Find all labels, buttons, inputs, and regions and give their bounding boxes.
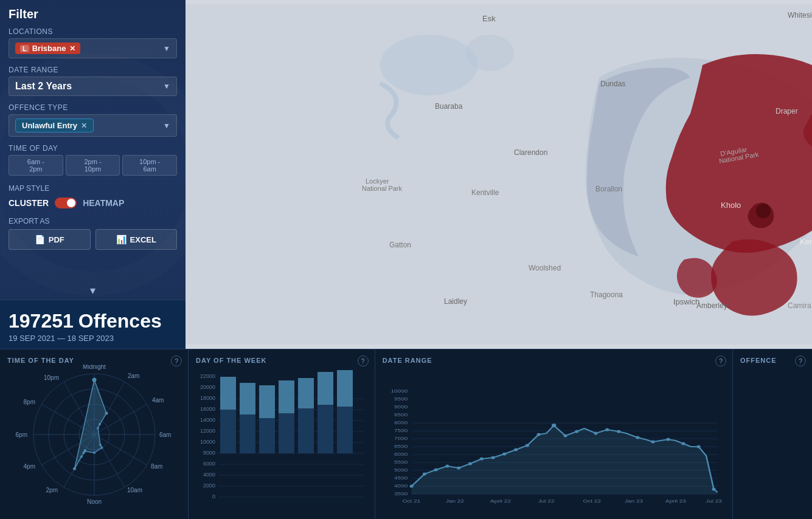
- svg-text:8500: 8500: [394, 412, 408, 418]
- svg-text:4500: 4500: [394, 475, 408, 481]
- svg-point-55: [82, 452, 85, 454]
- svg-point-150: [552, 424, 557, 427]
- location-letter: L: [20, 45, 29, 52]
- svg-text:Sun: Sun: [223, 501, 234, 501]
- time-of-day-help[interactable]: ?: [171, 356, 182, 366]
- svg-rect-99: [279, 380, 294, 413]
- line-chart-container: 3500 4000 4500 5000 5500 6000 6500 7000 …: [383, 368, 725, 501]
- svg-text:22000: 22000: [200, 373, 215, 379]
- svg-text:Camira: Camira: [788, 301, 811, 310]
- stats-date-range: 19 SEP 2021 — 18 SEP 2023: [9, 334, 177, 343]
- date-range-arrow-icon: ▼: [163, 82, 170, 91]
- time-slot-morning[interactable]: 6am - 2pm: [9, 155, 63, 176]
- svg-text:Ipswich: Ipswich: [673, 297, 699, 306]
- time-slot-night[interactable]: 10pm - 6am: [122, 155, 177, 176]
- location-tag: L Brisbane ✕: [15, 43, 80, 54]
- date-range-chart-title: DATE RANGE: [383, 357, 725, 364]
- svg-point-153: [594, 432, 597, 435]
- locations-dropdown[interactable]: L Brisbane ✕ ▼: [9, 38, 177, 58]
- export-excel-button[interactable]: 📊 EXCEL: [95, 229, 178, 250]
- svg-point-140: [434, 469, 437, 472]
- map-style-options: CLUSTER HEATMAP: [9, 198, 177, 208]
- svg-text:National Park: National Park: [362, 185, 403, 192]
- svg-text:Buaraba: Buaraba: [435, 102, 463, 111]
- date-range-help[interactable]: ?: [715, 356, 726, 366]
- svg-text:Kenmore: Kenmore: [800, 237, 812, 246]
- svg-text:Tue: Tue: [262, 501, 272, 501]
- location-name: Brisbane: [32, 44, 66, 53]
- svg-point-161: [712, 488, 715, 491]
- svg-point-48: [99, 423, 101, 425]
- svg-text:6000: 6000: [203, 461, 215, 467]
- map-area[interactable]: Esk Whiteside Dundas Brenda Buaraba Drap…: [186, 0, 812, 349]
- svg-point-142: [457, 467, 460, 470]
- svg-point-158: [666, 438, 670, 441]
- svg-point-141: [445, 465, 449, 468]
- offence-help[interactable]: ?: [795, 356, 806, 366]
- svg-rect-95: [240, 383, 255, 414]
- svg-point-138: [409, 485, 413, 488]
- svg-text:16000: 16000: [200, 406, 215, 412]
- filter-title: Filter: [9, 7, 177, 21]
- map-style-toggle[interactable]: [55, 198, 77, 208]
- svg-point-147: [514, 449, 518, 452]
- svg-point-143: [468, 462, 472, 466]
- svg-rect-105: [337, 370, 353, 407]
- time-of-day-label: Time of Day: [9, 144, 177, 153]
- date-range-dropdown[interactable]: Last 2 Years ▼: [9, 77, 177, 96]
- day-of-week-help[interactable]: ?: [358, 356, 369, 366]
- svg-text:10000: 10000: [200, 439, 215, 445]
- offence-type-dropdown[interactable]: Unlawful Entry ✕ ▼: [9, 114, 177, 137]
- offence-tag: Unlawful Entry ✕: [15, 119, 94, 132]
- svg-text:Woolshed: Woolshed: [529, 264, 561, 272]
- svg-text:7500: 7500: [394, 428, 408, 433]
- svg-point-159: [681, 442, 685, 445]
- svg-point-157: [651, 441, 654, 444]
- svg-text:Kholo: Kholo: [721, 201, 741, 210]
- excel-label: EXCEL: [130, 235, 156, 244]
- svg-text:Amberley: Amberley: [696, 301, 727, 310]
- svg-text:4000: 4000: [394, 483, 408, 489]
- svg-text:6000: 6000: [394, 452, 408, 457]
- svg-text:Thagoona: Thagoona: [590, 290, 623, 299]
- radar-container: Midnight 2am 4am 6am 8am 10am Noon 2pm 4…: [7, 368, 181, 501]
- locations-label: Locations: [9, 27, 177, 36]
- offence-close-icon[interactable]: ✕: [81, 122, 87, 130]
- svg-line-38: [94, 435, 147, 465]
- svg-text:April 23: April 23: [665, 498, 686, 504]
- svg-text:Dundas: Dundas: [600, 80, 625, 88]
- svg-point-54: [84, 449, 86, 452]
- svg-text:10000: 10000: [390, 388, 408, 394]
- svg-rect-102: [318, 405, 333, 453]
- svg-text:Thu: Thu: [300, 501, 311, 501]
- time-of-day-panel: TIME OF THE DAY ?: [0, 349, 189, 519]
- svg-text:2pm: 2pm: [46, 487, 57, 493]
- offence-type-label: Offence Type: [9, 103, 177, 112]
- map-style-label: Map Style: [9, 184, 177, 193]
- charts-row: TIME OF THE DAY ?: [0, 349, 812, 519]
- svg-text:Midnight: Midnight: [83, 365, 106, 370]
- stats-panel: 197251 Offences 19 SEP 2021 — 18 SEP 202…: [0, 300, 186, 349]
- map-style-heatmap[interactable]: HEATMAP: [83, 198, 124, 208]
- svg-text:Jan 23: Jan 23: [625, 498, 643, 504]
- pdf-label: PDF: [49, 235, 64, 244]
- location-close-icon[interactable]: ✕: [69, 44, 75, 53]
- svg-point-2: [465, 35, 514, 71]
- svg-point-160: [696, 445, 700, 449]
- time-of-day-options: 6am - 2pm 2pm - 10pm 10pm - 6am: [9, 155, 177, 176]
- map-style-cluster[interactable]: CLUSTER: [9, 198, 49, 208]
- svg-point-144: [479, 458, 483, 461]
- time-slot-afternoon[interactable]: 2pm - 10pm: [66, 155, 120, 176]
- scroll-down-icon[interactable]: ▾: [0, 281, 186, 300]
- svg-text:Jul 22: Jul 22: [538, 498, 554, 504]
- svg-text:8000: 8000: [203, 450, 215, 456]
- svg-point-156: [636, 436, 639, 439]
- bar-chart-container: 0 2000 4000 6000 8000 10000 12000 14000 …: [196, 368, 367, 501]
- svg-text:8pm: 8pm: [23, 399, 35, 405]
- svg-point-52: [93, 452, 95, 454]
- svg-text:Jul 23: Jul 23: [706, 498, 722, 504]
- svg-text:Laidley: Laidley: [444, 297, 467, 306]
- export-pdf-button[interactable]: 📄 PDF: [9, 229, 91, 250]
- svg-text:Oct 22: Oct 22: [583, 498, 600, 504]
- svg-point-149: [536, 433, 540, 436]
